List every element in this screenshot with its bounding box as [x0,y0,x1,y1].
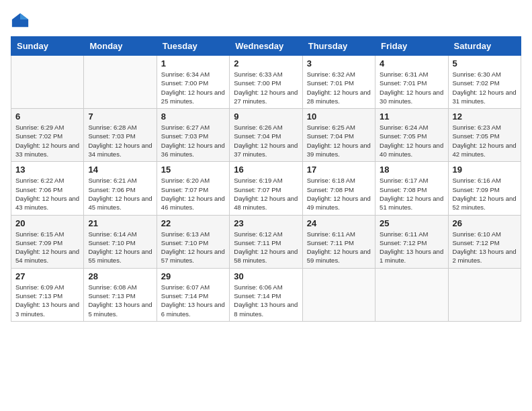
logo-icon [11,11,30,30]
calendar-cell: 30Sunrise: 6:06 AM Sunset: 7:14 PM Dayli… [230,268,302,321]
calendar-cell: 15Sunrise: 6:20 AM Sunset: 7:07 PM Dayli… [157,162,229,215]
calendar-cell: 13Sunrise: 6:22 AM Sunset: 7:06 PM Dayli… [11,162,84,215]
day-detail: Sunrise: 6:11 AM Sunset: 7:11 PM Dayligh… [307,230,371,265]
day-detail: Sunrise: 6:25 AM Sunset: 7:04 PM Dayligh… [307,123,371,158]
day-number: 21 [88,218,152,228]
calendar-week-row: 20Sunrise: 6:15 AM Sunset: 7:09 PM Dayli… [11,215,521,268]
day-number: 23 [234,218,298,228]
day-detail: Sunrise: 6:23 AM Sunset: 7:05 PM Dayligh… [453,123,517,158]
calendar-cell [11,56,84,109]
day-number: 24 [307,218,371,228]
calendar-cell: 2Sunrise: 6:33 AM Sunset: 7:00 PM Daylig… [230,56,302,109]
day-number: 22 [161,218,225,228]
day-detail: Sunrise: 6:22 AM Sunset: 7:06 PM Dayligh… [15,176,79,212]
calendar-cell: 22Sunrise: 6:13 AM Sunset: 7:10 PM Dayli… [157,215,229,268]
day-number: 14 [88,165,152,175]
svg-marker-1 [20,13,28,19]
day-detail: Sunrise: 6:08 AM Sunset: 7:13 PM Dayligh… [88,283,152,318]
calendar-cell: 14Sunrise: 6:21 AM Sunset: 7:06 PM Dayli… [84,162,157,215]
calendar-cell: 17Sunrise: 6:18 AM Sunset: 7:08 PM Dayli… [302,162,375,215]
day-detail: Sunrise: 6:27 AM Sunset: 7:03 PM Dayligh… [161,123,225,158]
calendar-week-row: 6Sunrise: 6:29 AM Sunset: 7:02 PM Daylig… [11,109,521,162]
calendar-cell: 9Sunrise: 6:26 AM Sunset: 7:04 PM Daylig… [230,109,302,162]
day-detail: Sunrise: 6:31 AM Sunset: 7:01 PM Dayligh… [380,70,443,105]
day-of-week-header: Sunday [11,37,84,56]
day-number: 9 [234,111,298,122]
calendar-cell: 11Sunrise: 6:24 AM Sunset: 7:05 PM Dayli… [375,109,448,162]
day-detail: Sunrise: 6:21 AM Sunset: 7:06 PM Dayligh… [88,176,152,212]
day-number: 26 [453,218,517,228]
page-header [11,11,521,30]
calendar-cell: 7Sunrise: 6:28 AM Sunset: 7:03 PM Daylig… [84,109,157,162]
day-number: 17 [307,165,371,175]
day-of-week-header: Saturday [448,37,521,56]
day-detail: Sunrise: 6:28 AM Sunset: 7:03 PM Dayligh… [88,123,152,158]
calendar-cell [84,56,157,109]
day-number: 28 [88,271,152,281]
day-detail: Sunrise: 6:24 AM Sunset: 7:05 PM Dayligh… [380,123,443,158]
day-number: 3 [307,58,371,68]
day-detail: Sunrise: 6:14 AM Sunset: 7:10 PM Dayligh… [88,230,152,265]
calendar-cell: 23Sunrise: 6:12 AM Sunset: 7:11 PM Dayli… [230,215,302,268]
calendar-cell: 1Sunrise: 6:34 AM Sunset: 7:00 PM Daylig… [157,56,229,109]
calendar-week-row: 1Sunrise: 6:34 AM Sunset: 7:00 PM Daylig… [11,56,521,109]
calendar-cell: 6Sunrise: 6:29 AM Sunset: 7:02 PM Daylig… [11,109,84,162]
calendar-table: SundayMondayTuesdayWednesdayThursdayFrid… [11,36,521,322]
day-number: 10 [307,111,371,122]
day-number: 13 [15,165,79,175]
day-number: 20 [15,218,79,228]
day-detail: Sunrise: 6:11 AM Sunset: 7:12 PM Dayligh… [380,230,443,265]
day-number: 1 [161,58,225,68]
calendar-cell [302,268,375,321]
day-detail: Sunrise: 6:15 AM Sunset: 7:09 PM Dayligh… [15,230,79,265]
day-detail: Sunrise: 6:34 AM Sunset: 7:00 PM Dayligh… [161,70,225,105]
calendar-cell: 19Sunrise: 6:16 AM Sunset: 7:09 PM Dayli… [448,162,521,215]
calendar-week-row: 27Sunrise: 6:09 AM Sunset: 7:13 PM Dayli… [11,268,521,321]
day-detail: Sunrise: 6:10 AM Sunset: 7:12 PM Dayligh… [453,230,517,265]
day-number: 15 [161,165,225,175]
day-detail: Sunrise: 6:30 AM Sunset: 7:02 PM Dayligh… [453,70,517,105]
day-number: 6 [15,111,79,122]
day-number: 27 [15,271,79,281]
day-detail: Sunrise: 6:07 AM Sunset: 7:14 PM Dayligh… [161,283,225,318]
day-number: 8 [161,111,225,122]
calendar-cell: 18Sunrise: 6:17 AM Sunset: 7:08 PM Dayli… [375,162,448,215]
day-number: 18 [380,165,443,175]
calendar-cell: 25Sunrise: 6:11 AM Sunset: 7:12 PM Dayli… [375,215,448,268]
calendar-cell: 27Sunrise: 6:09 AM Sunset: 7:13 PM Dayli… [11,268,84,321]
calendar-cell: 20Sunrise: 6:15 AM Sunset: 7:09 PM Dayli… [11,215,84,268]
calendar-cell: 8Sunrise: 6:27 AM Sunset: 7:03 PM Daylig… [157,109,229,162]
day-of-week-header: Tuesday [157,37,229,56]
day-detail: Sunrise: 6:06 AM Sunset: 7:14 PM Dayligh… [234,283,298,318]
day-detail: Sunrise: 6:26 AM Sunset: 7:04 PM Dayligh… [234,123,298,158]
day-detail: Sunrise: 6:33 AM Sunset: 7:00 PM Dayligh… [234,70,298,105]
day-detail: Sunrise: 6:29 AM Sunset: 7:02 PM Dayligh… [15,123,79,158]
day-number: 12 [453,111,517,122]
day-detail: Sunrise: 6:16 AM Sunset: 7:09 PM Dayligh… [453,176,517,212]
calendar-week-row: 13Sunrise: 6:22 AM Sunset: 7:06 PM Dayli… [11,162,521,215]
logo [11,11,32,30]
day-number: 29 [161,271,225,281]
day-number: 11 [380,111,443,122]
calendar-cell: 16Sunrise: 6:19 AM Sunset: 7:07 PM Dayli… [230,162,302,215]
day-detail: Sunrise: 6:18 AM Sunset: 7:08 PM Dayligh… [307,176,371,212]
calendar-cell: 4Sunrise: 6:31 AM Sunset: 7:01 PM Daylig… [375,56,448,109]
calendar-cell: 12Sunrise: 6:23 AM Sunset: 7:05 PM Dayli… [448,109,521,162]
day-of-week-header: Friday [375,37,448,56]
day-detail: Sunrise: 6:12 AM Sunset: 7:11 PM Dayligh… [234,230,298,265]
calendar-cell: 28Sunrise: 6:08 AM Sunset: 7:13 PM Dayli… [84,268,157,321]
day-number: 2 [234,58,298,68]
day-of-week-header: Thursday [302,37,375,56]
day-detail: Sunrise: 6:20 AM Sunset: 7:07 PM Dayligh… [161,176,225,212]
day-detail: Sunrise: 6:32 AM Sunset: 7:01 PM Dayligh… [307,70,371,105]
day-detail: Sunrise: 6:09 AM Sunset: 7:13 PM Dayligh… [15,283,79,318]
day-detail: Sunrise: 6:13 AM Sunset: 7:10 PM Dayligh… [161,230,225,265]
calendar-cell: 26Sunrise: 6:10 AM Sunset: 7:12 PM Dayli… [448,215,521,268]
day-number: 7 [88,111,152,122]
calendar-cell: 24Sunrise: 6:11 AM Sunset: 7:11 PM Dayli… [302,215,375,268]
calendar-cell [375,268,448,321]
day-number: 25 [380,218,443,228]
day-number: 16 [234,165,298,175]
day-detail: Sunrise: 6:19 AM Sunset: 7:07 PM Dayligh… [234,176,298,212]
day-detail: Sunrise: 6:17 AM Sunset: 7:08 PM Dayligh… [380,176,443,212]
